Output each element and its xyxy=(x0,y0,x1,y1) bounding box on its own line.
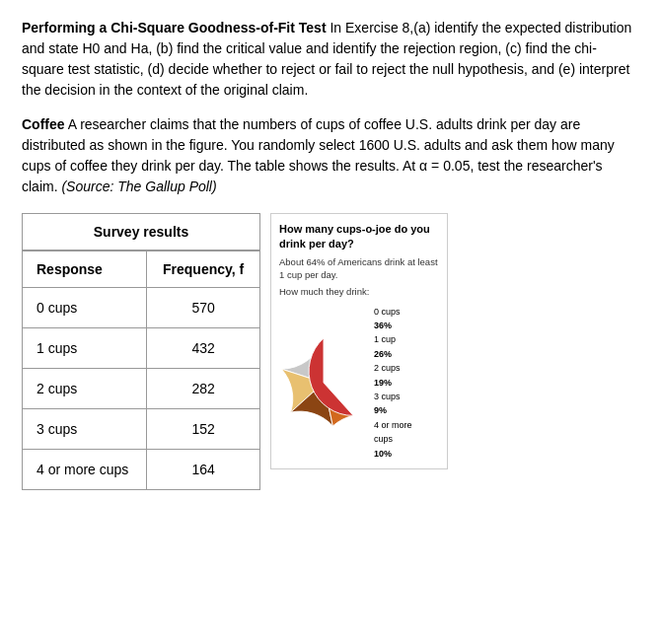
response-cell: 1 cups xyxy=(23,328,147,369)
problem-text: Performing a Chi-Square Goodness-of-Fit … xyxy=(22,18,638,101)
problem-title: Performing a Chi-Square Goodness-of-Fit … xyxy=(22,20,327,36)
response-cell: 0 cups xyxy=(23,288,147,328)
survey-title: Survey results xyxy=(23,214,259,250)
frequency-cell: 282 xyxy=(147,369,259,409)
pie-chart xyxy=(279,338,368,427)
pie-labels: 0 cups36% 1 cup26% 2 cups19% 3 cups9% 4 … xyxy=(374,305,412,461)
pie-label-4cups: 4 or morecups10% xyxy=(374,418,412,461)
col-header-frequency: Frequency, f xyxy=(147,251,259,288)
infographic-title: How many cups-o-joe do you drink per day… xyxy=(279,222,439,252)
infographic-panel: How many cups-o-joe do you drink per day… xyxy=(270,213,448,469)
coffee-source: (Source: The Gallup Poll) xyxy=(61,179,216,194)
frequency-cell: 152 xyxy=(147,409,259,450)
coffee-section: Coffee A researcher claims that the numb… xyxy=(22,114,638,197)
pie-label-2cups: 2 cups19% xyxy=(374,361,412,390)
survey-table-wrapper: Survey results Response Frequency, f 0 c… xyxy=(22,213,260,490)
response-cell: 2 cups xyxy=(23,369,147,409)
table-row: 0 cups 570 xyxy=(23,288,259,328)
pie-area: 0 cups36% 1 cup26% 2 cups19% 3 cups9% 4 … xyxy=(279,305,439,461)
coffee-title: Coffee xyxy=(22,116,65,132)
frequency-cell: 570 xyxy=(147,288,259,328)
frequency-cell: 164 xyxy=(147,450,259,490)
infographic-sub2: How much they drink: xyxy=(279,285,439,298)
table-row: 1 cups 432 xyxy=(23,328,259,369)
response-cell: 4 or more cups xyxy=(23,450,147,490)
col-header-response: Response xyxy=(23,251,147,288)
infographic-sub1: About 64% of Americans drink at least 1 … xyxy=(279,255,439,282)
table-row: 4 or more cups 164 xyxy=(23,450,259,490)
survey-table: Response Frequency, f 0 cups 570 1 cups … xyxy=(23,250,259,489)
frequency-cell: 432 xyxy=(147,328,259,369)
table-row: 3 cups 152 xyxy=(23,409,259,450)
response-cell: 3 cups xyxy=(23,409,147,450)
content-area: Survey results Response Frequency, f 0 c… xyxy=(22,213,638,490)
table-row: 2 cups 282 xyxy=(23,369,259,409)
pie-label-0cups: 0 cups36% xyxy=(374,305,412,333)
pie-label-1cup: 1 cup26% xyxy=(374,332,412,361)
pie-label-3cups: 3 cups9% xyxy=(374,390,412,418)
